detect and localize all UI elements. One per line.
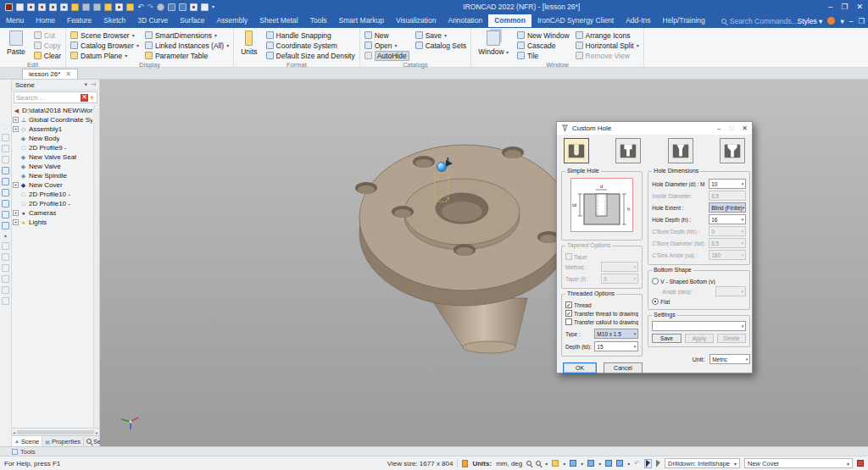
hole-type-simple-button[interactable]: [564, 138, 589, 163]
tree-item-cameras[interactable]: +●Cameras: [13, 208, 92, 218]
clear-search-icon[interactable]: ✕: [81, 94, 88, 102]
app-logo-icon[interactable]: [5, 3, 13, 11]
shaded-mode-icon[interactable]: [605, 460, 612, 467]
catalog-save-button[interactable]: Save ▾: [415, 30, 467, 40]
filter-icon[interactable]: ▼: [89, 95, 95, 101]
previous-view-icon[interactable]: ↶: [634, 460, 640, 467]
tab-assembly[interactable]: Assembly: [210, 14, 253, 27]
render-sphere-icon[interactable]: [157, 3, 164, 11]
hole-extent-select[interactable]: Blind (Finite)▾: [709, 202, 746, 213]
scroll-left-icon[interactable]: ◂: [13, 429, 15, 435]
autohide-panel-icon[interactable]: [179, 3, 186, 11]
structure-icon[interactable]: [857, 460, 864, 467]
catalog-sets-button[interactable]: Catalog Sets: [415, 41, 467, 50]
cursor-alt-icon[interactable]: [656, 460, 660, 467]
help-icon[interactable]: [827, 17, 835, 25]
expand-icon[interactable]: +: [13, 219, 19, 225]
horizontal-split-button[interactable]: Horizontal Split ▾: [576, 41, 639, 50]
flat-radio[interactable]: [652, 298, 659, 305]
zoom-select-icon[interactable]: [536, 461, 541, 466]
view-cube-icon[interactable]: [2, 145, 9, 152]
method-select[interactable]: ▾: [601, 262, 638, 272]
linked-instances-button[interactable]: Linked Instances (All)▾: [145, 41, 229, 50]
view-cube-icon[interactable]: [2, 167, 9, 174]
tree-item-spindle[interactable]: ◆New Spindle: [13, 171, 92, 180]
save-icon[interactable]: [82, 3, 90, 11]
viewport-3d[interactable]: [100, 80, 868, 446]
parameter-table-button[interactable]: Parameter Table: [145, 51, 229, 60]
view-cube-icon[interactable]: [2, 134, 9, 141]
scene-browser-button[interactable]: Scene Browser▾: [70, 30, 139, 40]
tab-smart-markup[interactable]: Smart Markup: [333, 14, 390, 27]
tools-bar[interactable]: Tools: [0, 446, 868, 456]
thread-depth-select[interactable]: 15▾: [594, 341, 638, 351]
open-folder-icon[interactable]: [71, 3, 79, 11]
cbore-diameter-select[interactable]: 8.5▾: [709, 238, 746, 248]
tree-item-lights[interactable]: +●Lights: [13, 218, 92, 227]
catalog-open-button[interactable]: Open ▾: [364, 41, 409, 50]
autohide-button[interactable]: AutoHide: [364, 51, 409, 60]
expand-icon[interactable]: +: [13, 117, 19, 123]
measure-radius-icon[interactable]: [2, 264, 9, 272]
remove-view-button[interactable]: Remove View: [576, 51, 639, 60]
undo-icon[interactable]: ↶: [137, 3, 144, 11]
select-tool-button[interactable]: [644, 459, 652, 468]
tree-item-assembly[interactable]: +◇Assembly1: [13, 124, 92, 134]
catalog-blue-icon[interactable]: [60, 3, 68, 11]
tab-sheet-metal[interactable]: Sheet Metal: [253, 14, 303, 27]
save-as-icon[interactable]: [93, 3, 101, 11]
tree-item-gcs[interactable]: +⊥Global Coordinate System: [13, 115, 92, 124]
units-flag-icon[interactable]: [462, 460, 468, 467]
expand-icon[interactable]: +: [13, 210, 19, 216]
tab-ironcad-synergy-client[interactable]: IronCAD Synergy Client: [531, 14, 620, 27]
new-window-button[interactable]: New Window: [517, 30, 570, 40]
handle-snapping-button[interactable]: Handle Snapping: [266, 30, 355, 40]
view-cube-icon[interactable]: [2, 211, 9, 218]
command-search[interactable]: Search Commands...: [721, 17, 798, 25]
catalog-browser-button[interactable]: Catalog Browser▾: [70, 41, 139, 50]
selection-select[interactable]: New Cover▾: [744, 458, 853, 468]
panel-pin-icon[interactable]: ⊣: [91, 81, 96, 88]
coordinate-system-button[interactable]: Coordinate System: [266, 41, 355, 50]
tree-item-valve[interactable]: ◆New Valve: [13, 162, 92, 171]
cascade-button[interactable]: Cascade: [517, 41, 570, 50]
hole-diameter-select[interactable]: 10▾: [709, 179, 746, 189]
datum-plane-button[interactable]: Datum Plane▾: [70, 51, 139, 60]
measure-angle-icon[interactable]: [2, 253, 9, 261]
new-scene-icon[interactable]: [16, 3, 24, 11]
tab-visualization[interactable]: Visualization: [390, 14, 442, 27]
perspective-icon[interactable]: [616, 460, 623, 467]
tab-common[interactable]: Common: [488, 14, 531, 27]
curve-tool-icon[interactable]: [2, 286, 9, 294]
document-close-icon[interactable]: ✕: [65, 70, 71, 78]
dialog-close-icon[interactable]: ✕: [742, 124, 748, 132]
tab-surface[interactable]: Surface: [174, 14, 210, 27]
tree-item-cover[interactable]: +◆New Cover: [13, 180, 92, 190]
copy-button[interactable]: Copy: [34, 41, 61, 50]
tab-feature[interactable]: Feature: [61, 14, 97, 27]
scene-search-input[interactable]: Search ... ✕ ▼: [14, 91, 97, 103]
expand-icon[interactable]: +: [13, 182, 19, 188]
tree-item-valve-seat[interactable]: ◆New Valve Seat: [13, 152, 92, 162]
clear-button[interactable]: Clear: [34, 51, 61, 60]
tab-sketch[interactable]: Sketch: [97, 14, 131, 27]
dialog-title-bar[interactable]: Custom Hole – □ ✕: [557, 122, 752, 135]
tab-tools[interactable]: Tools: [304, 14, 333, 27]
catalog-red-icon[interactable]: [38, 3, 46, 11]
v-shaped-bottom-radio[interactable]: [652, 278, 659, 285]
restore-button[interactable]: ❐: [841, 3, 848, 11]
tab-add-ins[interactable]: Add-Ins: [620, 14, 656, 27]
hole-depth-select[interactable]: 16▾: [709, 214, 746, 224]
tree-item-profile[interactable]: □2D Profile10 -: [13, 199, 92, 208]
expand-icon[interactable]: +: [13, 126, 19, 132]
hole-type-counterbore-button[interactable]: [615, 138, 641, 163]
dialog-minimize-icon[interactable]: –: [717, 124, 721, 132]
window-button[interactable]: Window ▾: [476, 30, 511, 57]
smartdimensions-button[interactable]: SmartDimensions▾: [145, 30, 229, 40]
tab-menu[interactable]: Menu: [0, 14, 30, 27]
paint-icon[interactable]: [104, 3, 112, 11]
toolbar-grip[interactable]: ⋯⋯: [3, 124, 8, 130]
snap-grid-icon[interactable]: [168, 3, 175, 11]
transfer-callout-checkbox[interactable]: [565, 318, 572, 325]
tab-annotation[interactable]: Annotation: [442, 14, 488, 27]
